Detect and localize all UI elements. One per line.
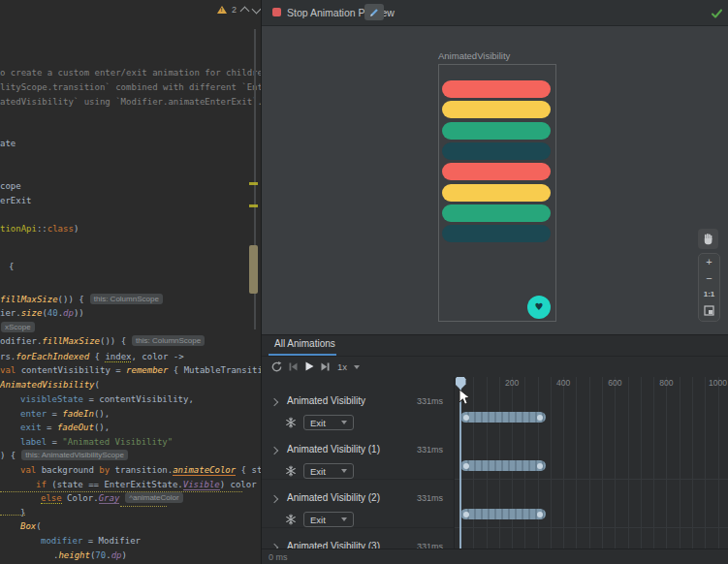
code-token: 70 bbox=[95, 550, 106, 560]
code-token: exit bbox=[20, 423, 42, 432]
expand-chevron-icon[interactable] bbox=[270, 495, 278, 503]
gridline bbox=[718, 377, 719, 548]
gridline bbox=[641, 377, 642, 548]
warning-count: 2 bbox=[232, 5, 237, 15]
preview-color-bar bbox=[442, 80, 551, 98]
skip-to-end-button[interactable] bbox=[318, 360, 332, 373]
editor-scrollbar-thumb[interactable] bbox=[249, 245, 258, 294]
actual-size-button[interactable]: 1:1 bbox=[704, 289, 715, 299]
code-token: else bbox=[41, 493, 62, 504]
chevron-down-icon bbox=[341, 517, 347, 521]
code-token: Box bbox=[20, 521, 36, 531]
freeze-button[interactable] bbox=[284, 513, 298, 526]
code-token: :: bbox=[37, 224, 47, 234]
chevron-down-icon bbox=[341, 421, 347, 424]
preview-toolbar: Stop Animation Preview bbox=[262, 0, 728, 26]
code-line: o create a custom enter/exit animation f… bbox=[0, 67, 261, 78]
code-line: label = "Animated Visibility" bbox=[20, 436, 173, 448]
code-token: ier. bbox=[0, 308, 21, 318]
pan-tool-button[interactable] bbox=[698, 229, 718, 249]
inspection-widget[interactable]: 2 bbox=[217, 3, 260, 16]
code-line: atedVisibility` using `Modifier.animateE… bbox=[0, 96, 261, 108]
bar-start-dot bbox=[463, 415, 469, 421]
gridline bbox=[454, 527, 728, 528]
code-line: fillMaxSize()) {this: ColumnScope bbox=[0, 294, 163, 305]
code-token: Color. bbox=[62, 493, 99, 503]
code-line: xScope bbox=[0, 322, 35, 333]
code-token: ()) { bbox=[100, 336, 126, 346]
zoom-in-button[interactable]: + bbox=[706, 257, 712, 267]
code-token: rs. bbox=[0, 352, 16, 361]
preview-frame: ♥ bbox=[438, 64, 556, 322]
fit-content-button[interactable] bbox=[704, 305, 714, 318]
play-button[interactable] bbox=[302, 360, 316, 373]
code-token: ( bbox=[36, 521, 41, 531]
zoom-out-button[interactable]: − bbox=[706, 273, 712, 284]
code-token: { bbox=[89, 352, 105, 361]
gridline bbox=[589, 377, 590, 548]
expand-chevron-icon[interactable] bbox=[270, 398, 278, 406]
ruler-tick-label: 800 bbox=[659, 378, 673, 388]
preview-color-bar bbox=[442, 142, 551, 160]
state-value: Exit bbox=[310, 466, 326, 477]
timeline-animation-bar[interactable] bbox=[460, 509, 546, 519]
stop-icon[interactable] bbox=[272, 8, 281, 16]
loop-playback-button[interactable] bbox=[269, 360, 283, 373]
current-time-label: 0 ms bbox=[269, 552, 288, 562]
tab-all-animations[interactable]: All Animations bbox=[269, 338, 341, 355]
playback-speed-dropdown[interactable]: 1x bbox=[337, 361, 360, 372]
state-dropdown[interactable]: Exit bbox=[303, 512, 354, 527]
code-token: enter bbox=[20, 409, 47, 419]
code-token: fillMaxSize bbox=[42, 336, 100, 346]
code-token: { state bbox=[236, 465, 261, 475]
gridline bbox=[666, 377, 667, 548]
gridline bbox=[602, 377, 603, 548]
code-token: size bbox=[21, 308, 43, 318]
code-token: contentVisibility = bbox=[16, 365, 126, 375]
code-editor[interactable]: o create a custom enter/exit animation f… bbox=[0, 0, 261, 564]
animation-title: Animated Visibility (1) bbox=[287, 444, 380, 454]
code-token: ) color bbox=[220, 480, 257, 489]
animation-title: Animated Visibility (3) bbox=[287, 541, 380, 548]
gridline bbox=[692, 377, 693, 548]
code-line: tionApi::class) bbox=[0, 223, 79, 235]
pan-icon bbox=[702, 233, 714, 245]
state-dropdown[interactable]: Exit bbox=[303, 463, 354, 479]
timeline-animation-bar[interactable] bbox=[460, 412, 546, 423]
state-dropdown[interactable]: Exit bbox=[303, 415, 354, 430]
freeze-button[interactable] bbox=[284, 416, 298, 429]
animation-duration: 331ms bbox=[417, 542, 443, 548]
state-value: Exit bbox=[310, 418, 326, 428]
animation-duration: 331ms bbox=[417, 445, 443, 454]
animation-row: Animated Visibility (1)331msExit bbox=[262, 439, 454, 487]
chevron-down-icon[interactable] bbox=[252, 5, 261, 15]
scrollbar-warning-mark[interactable] bbox=[249, 182, 258, 185]
code-line: val background by transition.animateColo… bbox=[20, 464, 261, 476]
code-line: if (state == EnterExitState.Visible) col… bbox=[36, 479, 257, 490]
timeline-grid[interactable]: 2004006008001000 Animated Visibility331m… bbox=[262, 377, 728, 548]
freeze-button[interactable] bbox=[284, 464, 298, 478]
preview-composable-label: AnimatedVisibility bbox=[438, 50, 510, 61]
play-icon bbox=[303, 360, 315, 372]
chevron-up-icon[interactable] bbox=[240, 7, 250, 16]
expand-chevron-icon[interactable] bbox=[270, 447, 278, 454]
edit-preview-button[interactable] bbox=[364, 4, 384, 20]
gridline bbox=[454, 479, 728, 480]
gridline bbox=[653, 377, 654, 548]
chevron-down-icon bbox=[354, 365, 360, 369]
skip-start-icon bbox=[288, 361, 299, 372]
bar-start-dot bbox=[463, 463, 469, 469]
timeline-animation-bar[interactable] bbox=[460, 460, 546, 471]
preview-canvas[interactable]: AnimatedVisibility ♥ bbox=[262, 26, 728, 334]
scrollbar-warning-mark[interactable] bbox=[249, 204, 258, 207]
code-token: { MutableTransitionS bbox=[168, 365, 261, 375]
preview-color-bar bbox=[442, 163, 551, 180]
skip-to-start-button[interactable] bbox=[286, 360, 300, 373]
tab-active-underline bbox=[269, 354, 336, 356]
code-token: animateColor bbox=[173, 465, 236, 476]
check-icon bbox=[711, 6, 723, 23]
gridline bbox=[615, 377, 616, 548]
code-token: AnimatedVisibility bbox=[0, 380, 95, 390]
warning-underline bbox=[0, 490, 242, 492]
code-line: ate bbox=[0, 138, 16, 149]
